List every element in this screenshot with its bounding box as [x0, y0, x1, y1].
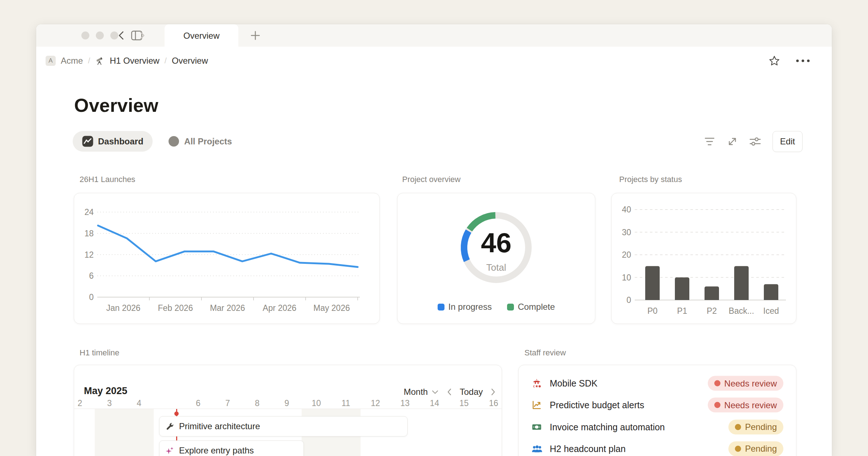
timeline-card-title: H1 timeline [80, 348, 119, 358]
legend-label: In progress [448, 302, 492, 312]
circle-view-icon [169, 136, 179, 147]
status-label: Pending [745, 444, 777, 454]
timeline-day-number: 12 [371, 398, 380, 408]
view-tab-dashboard-label: Dashboard [98, 136, 143, 147]
timeline-event[interactable]: Primitive architecture [159, 416, 408, 436]
staff-item-title: H2 headcount plan [550, 443, 626, 454]
sparkles-icon [165, 446, 174, 455]
timeline-day-number: 16 [489, 398, 498, 408]
telescope-icon [95, 56, 105, 66]
carousel-icon [532, 378, 542, 388]
staff-item-title: Predictive budget alerts [550, 400, 644, 410]
timeline-day-number: 3 [107, 398, 112, 408]
timeline-event[interactable]: Explore entry paths [159, 440, 304, 456]
current-time-dot [174, 411, 179, 416]
tab-overview[interactable]: Overview [165, 24, 238, 47]
back-button[interactable] [117, 31, 126, 40]
wrench-icon [165, 422, 174, 431]
svg-text:0: 0 [89, 292, 94, 302]
legend-label: Complete [518, 302, 555, 312]
timeline-day-number: 15 [459, 398, 469, 408]
line-chart: 24181260Jan 2026Feb 2026Mar 2026Apr 2026… [74, 193, 379, 324]
svg-text:May 2026: May 2026 [313, 303, 350, 313]
status-badge[interactable]: Needs review [708, 398, 783, 413]
status-dot [714, 402, 720, 408]
forward-button[interactable] [137, 31, 146, 40]
svg-text:Back...: Back... [729, 306, 754, 316]
status-label: Needs review [724, 378, 777, 388]
donut-chart: 46Total [397, 193, 595, 302]
svg-text:Total: Total [486, 262, 506, 273]
people-icon [532, 444, 542, 454]
desktop-background: Overview A Acme / [0, 0, 868, 456]
banknote-icon [532, 422, 542, 432]
settings-sliders-icon[interactable] [749, 136, 761, 147]
status-badge[interactable]: Pending [728, 419, 783, 434]
breadcrumb-separator: / [165, 56, 167, 66]
launches-line-chart-card: 24181260Jan 2026Feb 2026Mar 2026Apr 2026… [74, 193, 380, 324]
legend-swatch [507, 304, 514, 311]
svg-text:20: 20 [622, 250, 631, 259]
donut-legend: In progressComplete [397, 302, 595, 312]
breadcrumb-current[interactable]: Overview [172, 56, 208, 66]
staff-card-title: Staff review [524, 348, 566, 358]
edit-button[interactable]: Edit [773, 131, 803, 152]
breadcrumb-workspace[interactable]: Acme [61, 56, 83, 66]
svg-text:Apr 2026: Apr 2026 [263, 303, 296, 313]
staff-review-row[interactable]: Invoice matching automationPending [519, 416, 796, 438]
legend-item-complete: Complete [507, 302, 555, 312]
svg-text:40: 40 [622, 205, 631, 214]
people-icon [532, 444, 542, 454]
sparkles-icon [165, 446, 174, 455]
expand-icon[interactable] [727, 136, 738, 147]
svg-text:Jan 2026: Jan 2026 [106, 303, 141, 313]
favorite-star-icon[interactable] [768, 55, 780, 67]
timeline-day-number: 4 [137, 398, 141, 408]
launches-card-title: 26H1 Launches [80, 175, 135, 184]
status-badge[interactable]: Needs review [708, 376, 783, 391]
svg-text:Mar 2026: Mar 2026 [210, 303, 245, 313]
app-window: Overview A Acme / [36, 24, 832, 456]
legend-swatch [438, 304, 444, 311]
filter-icon[interactable] [704, 137, 715, 146]
new-tab-button[interactable] [250, 30, 260, 41]
status-dot [714, 380, 720, 387]
view-tab-all-projects[interactable]: All Projects [163, 136, 237, 147]
chart-increase-icon [532, 400, 542, 410]
bar-chart: 010203040P0P1P2Back...Iced [612, 193, 796, 324]
status-dot [735, 424, 741, 430]
staff-item-title: Invoice matching automation [550, 422, 665, 432]
workspace-badge[interactable]: A [46, 56, 56, 66]
project-overview-card-title: Project overview [402, 175, 460, 184]
chart-view-icon [82, 136, 93, 147]
svg-text:30: 30 [622, 228, 631, 237]
status-badge[interactable]: Pending [728, 441, 783, 456]
timeline-day-number: 7 [225, 398, 230, 408]
svg-text:Iced: Iced [763, 306, 779, 316]
timeline-day-number: 5 [166, 398, 171, 408]
staff-review-card: Mobile SDKNeeds reviewPredictive budget … [518, 365, 796, 456]
staff-item-title: Mobile SDK [550, 378, 597, 389]
chevron-down-icon [431, 390, 439, 394]
breadcrumb-parent[interactable]: H1 Overview [110, 56, 159, 66]
window-close-button[interactable] [81, 31, 89, 39]
svg-text:6: 6 [89, 271, 94, 280]
staff-review-row[interactable]: Mobile SDKNeeds review [519, 372, 796, 394]
status-label: Needs review [724, 400, 777, 410]
more-options-icon[interactable] [796, 59, 810, 63]
timeline-day-number: 6 [196, 398, 200, 408]
breadcrumb-separator: / [88, 56, 90, 66]
svg-text:0: 0 [626, 295, 631, 305]
view-tab-dashboard[interactable]: Dashboard [73, 131, 153, 152]
svg-text:10: 10 [622, 273, 631, 282]
timeline-prev-button[interactable] [447, 388, 452, 396]
staff-review-row[interactable]: Predictive budget alertsNeeds review [519, 394, 796, 416]
timeline-day-number: 2 [78, 398, 82, 408]
timeline-day-number: 10 [312, 398, 321, 408]
timeline-next-button[interactable] [491, 388, 496, 396]
timeline-day-number: 14 [430, 398, 439, 408]
view-tab-all-projects-label: All Projects [184, 136, 232, 147]
staff-review-row[interactable]: H2 headcount planPending [519, 438, 796, 456]
window-minimize-button[interactable] [96, 31, 104, 39]
status-dot [735, 446, 741, 452]
